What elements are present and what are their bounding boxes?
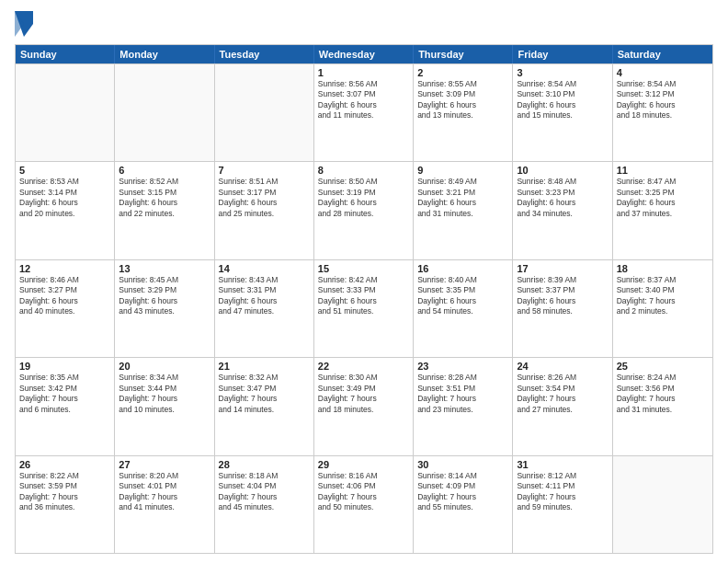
day-info: Sunrise: 8:37 AM Sunset: 3:40 PM Dayligh… <box>617 275 709 317</box>
day-number: 28 <box>219 459 310 470</box>
cal-cell-26: 26Sunrise: 8:22 AM Sunset: 3:59 PM Dayli… <box>16 456 115 553</box>
cal-cell-6: 6Sunrise: 8:52 AM Sunset: 3:15 PM Daylig… <box>115 162 214 259</box>
day-info: Sunrise: 8:35 AM Sunset: 3:42 PM Dayligh… <box>19 373 110 415</box>
day-info: Sunrise: 8:54 AM Sunset: 3:10 PM Dayligh… <box>517 79 608 121</box>
day-info: Sunrise: 8:14 AM Sunset: 4:09 PM Dayligh… <box>417 471 508 513</box>
cal-cell-13: 13Sunrise: 8:45 AM Sunset: 3:29 PM Dayli… <box>115 260 214 357</box>
day-info: Sunrise: 8:42 AM Sunset: 3:33 PM Dayligh… <box>318 275 409 317</box>
day-number: 29 <box>318 459 409 470</box>
header-cell-wednesday: Wednesday <box>314 45 414 63</box>
day-info: Sunrise: 8:20 AM Sunset: 4:01 PM Dayligh… <box>119 471 210 513</box>
day-number: 30 <box>417 459 508 470</box>
day-number: 24 <box>517 361 608 372</box>
day-info: Sunrise: 8:39 AM Sunset: 3:37 PM Dayligh… <box>517 275 608 317</box>
day-number: 20 <box>119 361 210 372</box>
cal-cell-empty-1 <box>115 64 214 161</box>
day-info: Sunrise: 8:12 AM Sunset: 4:11 PM Dayligh… <box>517 471 608 513</box>
cal-cell-20: 20Sunrise: 8:34 AM Sunset: 3:44 PM Dayli… <box>115 358 214 454</box>
cal-cell-19: 19Sunrise: 8:35 AM Sunset: 3:42 PM Dayli… <box>16 358 115 454</box>
day-number: 10 <box>517 165 608 176</box>
cal-cell-12: 12Sunrise: 8:46 AM Sunset: 3:27 PM Dayli… <box>16 260 115 357</box>
cal-cell-5: 5Sunrise: 8:53 AM Sunset: 3:14 PM Daylig… <box>16 162 115 259</box>
day-info: Sunrise: 8:34 AM Sunset: 3:44 PM Dayligh… <box>119 373 210 415</box>
week-row-2: 5Sunrise: 8:53 AM Sunset: 3:14 PM Daylig… <box>16 161 712 259</box>
day-number: 15 <box>318 263 409 274</box>
day-info: Sunrise: 8:28 AM Sunset: 3:51 PM Dayligh… <box>417 373 508 415</box>
day-info: Sunrise: 8:26 AM Sunset: 3:54 PM Dayligh… <box>517 373 608 415</box>
day-number: 3 <box>517 67 608 78</box>
day-info: Sunrise: 8:52 AM Sunset: 3:15 PM Dayligh… <box>119 177 210 219</box>
cal-cell-21: 21Sunrise: 8:32 AM Sunset: 3:47 PM Dayli… <box>215 358 314 454</box>
week-row-5: 26Sunrise: 8:22 AM Sunset: 3:59 PM Dayli… <box>16 455 712 553</box>
day-number: 12 <box>19 263 110 274</box>
logo <box>15 11 35 37</box>
day-info: Sunrise: 8:45 AM Sunset: 3:29 PM Dayligh… <box>119 275 210 317</box>
header-cell-saturday: Saturday <box>613 45 712 63</box>
day-info: Sunrise: 8:30 AM Sunset: 3:49 PM Dayligh… <box>318 373 409 415</box>
day-number: 8 <box>318 165 409 176</box>
cal-cell-15: 15Sunrise: 8:42 AM Sunset: 3:33 PM Dayli… <box>314 260 414 357</box>
day-number: 1 <box>318 67 409 78</box>
cal-cell-10: 10Sunrise: 8:48 AM Sunset: 3:23 PM Dayli… <box>513 162 612 259</box>
week-row-3: 12Sunrise: 8:46 AM Sunset: 3:27 PM Dayli… <box>16 259 712 357</box>
day-info: Sunrise: 8:18 AM Sunset: 4:04 PM Dayligh… <box>219 471 310 513</box>
cal-cell-30: 30Sunrise: 8:14 AM Sunset: 4:09 PM Dayli… <box>414 456 513 553</box>
day-info: Sunrise: 8:24 AM Sunset: 3:56 PM Dayligh… <box>617 373 709 415</box>
day-number: 31 <box>517 459 608 470</box>
day-number: 13 <box>119 263 210 274</box>
day-number: 16 <box>417 263 508 274</box>
cal-cell-empty-6 <box>613 456 712 553</box>
calendar: SundayMondayTuesdayWednesdayThursdayFrid… <box>15 44 713 554</box>
cal-cell-9: 9Sunrise: 8:49 AM Sunset: 3:21 PM Daylig… <box>414 162 513 259</box>
cal-cell-18: 18Sunrise: 8:37 AM Sunset: 3:40 PM Dayli… <box>613 260 712 357</box>
day-info: Sunrise: 8:43 AM Sunset: 3:31 PM Dayligh… <box>219 275 310 317</box>
cal-cell-31: 31Sunrise: 8:12 AM Sunset: 4:11 PM Dayli… <box>513 456 612 553</box>
day-number: 17 <box>517 263 608 274</box>
day-number: 21 <box>219 361 310 372</box>
cal-cell-25: 25Sunrise: 8:24 AM Sunset: 3:56 PM Dayli… <box>613 358 712 454</box>
day-number: 14 <box>219 263 310 274</box>
header-cell-tuesday: Tuesday <box>215 45 314 63</box>
cal-cell-7: 7Sunrise: 8:51 AM Sunset: 3:17 PM Daylig… <box>215 162 314 259</box>
day-info: Sunrise: 8:54 AM Sunset: 3:12 PM Dayligh… <box>617 79 709 121</box>
day-number: 2 <box>417 67 508 78</box>
cal-cell-4: 4Sunrise: 8:54 AM Sunset: 3:12 PM Daylig… <box>613 64 712 161</box>
cal-cell-23: 23Sunrise: 8:28 AM Sunset: 3:51 PM Dayli… <box>414 358 513 454</box>
day-number: 26 <box>19 459 110 470</box>
logo-icon <box>15 11 33 37</box>
cal-cell-29: 29Sunrise: 8:16 AM Sunset: 4:06 PM Dayli… <box>314 456 414 553</box>
day-info: Sunrise: 8:47 AM Sunset: 3:25 PM Dayligh… <box>617 177 709 219</box>
day-number: 23 <box>417 361 508 372</box>
day-info: Sunrise: 8:55 AM Sunset: 3:09 PM Dayligh… <box>417 79 508 121</box>
cal-cell-empty-0 <box>16 64 115 161</box>
header <box>15 11 713 37</box>
day-number: 19 <box>19 361 110 372</box>
cal-cell-8: 8Sunrise: 8:50 AM Sunset: 3:19 PM Daylig… <box>314 162 414 259</box>
cal-cell-24: 24Sunrise: 8:26 AM Sunset: 3:54 PM Dayli… <box>513 358 612 454</box>
week-row-1: 1Sunrise: 8:56 AM Sunset: 3:07 PM Daylig… <box>16 63 712 161</box>
cal-cell-empty-2 <box>215 64 314 161</box>
day-number: 7 <box>219 165 310 176</box>
day-number: 5 <box>19 165 110 176</box>
cal-cell-11: 11Sunrise: 8:47 AM Sunset: 3:25 PM Dayli… <box>613 162 712 259</box>
day-number: 27 <box>119 459 210 470</box>
day-info: Sunrise: 8:56 AM Sunset: 3:07 PM Dayligh… <box>318 79 409 121</box>
page: SundayMondayTuesdayWednesdayThursdayFrid… <box>0 0 728 563</box>
day-info: Sunrise: 8:46 AM Sunset: 3:27 PM Dayligh… <box>19 275 110 317</box>
header-cell-monday: Monday <box>115 45 214 63</box>
day-number: 22 <box>318 361 409 372</box>
day-info: Sunrise: 8:40 AM Sunset: 3:35 PM Dayligh… <box>417 275 508 317</box>
cal-cell-28: 28Sunrise: 8:18 AM Sunset: 4:04 PM Dayli… <box>215 456 314 553</box>
calendar-header-row: SundayMondayTuesdayWednesdayThursdayFrid… <box>16 45 712 63</box>
cal-cell-3: 3Sunrise: 8:54 AM Sunset: 3:10 PM Daylig… <box>513 64 612 161</box>
day-number: 25 <box>617 361 709 372</box>
day-info: Sunrise: 8:32 AM Sunset: 3:47 PM Dayligh… <box>219 373 310 415</box>
cal-cell-1: 1Sunrise: 8:56 AM Sunset: 3:07 PM Daylig… <box>314 64 414 161</box>
day-number: 9 <box>417 165 508 176</box>
day-number: 4 <box>617 67 709 78</box>
header-cell-friday: Friday <box>513 45 612 63</box>
calendar-body: 1Sunrise: 8:56 AM Sunset: 3:07 PM Daylig… <box>16 63 712 553</box>
day-number: 18 <box>617 263 709 274</box>
day-info: Sunrise: 8:48 AM Sunset: 3:23 PM Dayligh… <box>517 177 608 219</box>
cal-cell-27: 27Sunrise: 8:20 AM Sunset: 4:01 PM Dayli… <box>115 456 214 553</box>
